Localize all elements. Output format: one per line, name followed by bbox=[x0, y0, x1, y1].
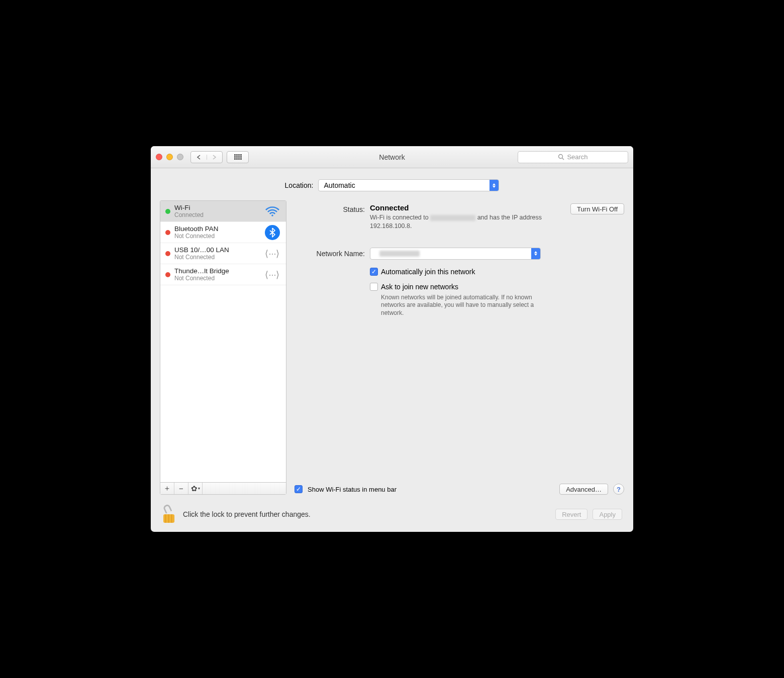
ask-join-help: Known networks will be joined automatica… bbox=[381, 294, 542, 317]
wifi-icon bbox=[264, 204, 281, 218]
chevron-updown-icon bbox=[489, 180, 499, 191]
status-description: Wi-Fi is connected to and has the IP add… bbox=[370, 213, 563, 231]
show-menubar-label: Show Wi-Fi status in menu bar bbox=[308, 486, 397, 493]
service-sidebar: Wi-Fi Connected Bluetooth PAN Not Connec… bbox=[160, 200, 286, 495]
service-name: Wi-Fi bbox=[174, 204, 260, 211]
svg-line-1 bbox=[562, 158, 564, 160]
grid-icon bbox=[234, 154, 242, 160]
network-name-popup[interactable] bbox=[370, 248, 541, 260]
status-label: Status: bbox=[295, 203, 370, 231]
back-button[interactable] bbox=[191, 155, 207, 160]
service-status: Not Connected bbox=[174, 233, 260, 240]
titlebar: Network Search bbox=[151, 146, 633, 168]
service-status: Not Connected bbox=[174, 254, 260, 261]
service-actions-button[interactable]: ✿ ▾ bbox=[188, 483, 203, 494]
location-label: Location: bbox=[285, 181, 314, 189]
nav-segmented bbox=[190, 151, 223, 163]
apply-button[interactable]: Apply bbox=[593, 509, 622, 520]
status-dot-disconnected bbox=[165, 251, 170, 256]
status-dot-disconnected bbox=[165, 230, 170, 235]
ask-join-checkbox[interactable] bbox=[370, 283, 378, 291]
auto-join-label: Automatically join this network bbox=[381, 268, 475, 276]
service-list[interactable]: Wi-Fi Connected Bluetooth PAN Not Connec… bbox=[160, 201, 286, 482]
service-item-thunderbolt[interactable]: Thunde…lt Bridge Not Connected ⟨···⟩ bbox=[160, 264, 286, 285]
service-item-usb-lan[interactable]: USB 10/…00 LAN Not Connected ⟨···⟩ bbox=[160, 243, 286, 264]
network-preferences-window: Network Search Location: Automatic Wi-Fi bbox=[151, 146, 633, 532]
bluetooth-icon bbox=[264, 225, 281, 240]
ethernet-icon: ⟨···⟩ bbox=[264, 247, 281, 261]
forward-button[interactable] bbox=[207, 155, 223, 160]
location-popup[interactable]: Automatic bbox=[318, 179, 499, 191]
service-item-wifi[interactable]: Wi-Fi Connected bbox=[160, 201, 286, 222]
auto-join-checkbox[interactable]: ✓ bbox=[370, 268, 378, 276]
service-name: Thunde…lt Bridge bbox=[174, 267, 260, 275]
remove-service-button[interactable]: − bbox=[174, 483, 188, 494]
lock-body-icon bbox=[163, 514, 174, 523]
help-button[interactable]: ? bbox=[613, 484, 624, 495]
status-dot-connected bbox=[165, 209, 170, 214]
lock-text: Click the lock to prevent further change… bbox=[183, 510, 548, 518]
service-name: USB 10/…00 LAN bbox=[174, 246, 260, 254]
search-placeholder: Search bbox=[567, 153, 587, 161]
location-row: Location: Automatic bbox=[151, 168, 633, 200]
sidebar-toolbar: ＋ − ✿ ▾ bbox=[160, 482, 286, 494]
add-service-button[interactable]: ＋ bbox=[160, 483, 174, 494]
svg-point-0 bbox=[559, 155, 563, 159]
search-icon bbox=[558, 154, 564, 160]
gear-icon: ✿ bbox=[191, 484, 198, 493]
status-value: Connected bbox=[370, 203, 563, 212]
content-area: Wi-Fi Connected Bluetooth PAN Not Connec… bbox=[151, 200, 633, 500]
ask-join-label: Ask to join new networks bbox=[381, 283, 458, 291]
redacted-ssid bbox=[379, 251, 420, 257]
show-all-button[interactable] bbox=[227, 151, 249, 163]
show-menubar-checkbox[interactable]: ✓ bbox=[295, 485, 303, 493]
service-status: Connected bbox=[174, 211, 260, 218]
chevron-updown-icon bbox=[531, 248, 540, 259]
detail-pane: Status: Connected Wi-Fi is connected to … bbox=[295, 200, 624, 495]
ethernet-icon: ⟨···⟩ bbox=[264, 268, 281, 282]
redacted-ssid bbox=[430, 215, 475, 221]
revert-button[interactable]: Revert bbox=[555, 509, 587, 520]
service-status: Not Connected bbox=[174, 275, 260, 282]
search-field[interactable]: Search bbox=[518, 151, 628, 163]
zoom-window-button[interactable] bbox=[177, 154, 183, 160]
lock-button[interactable] bbox=[162, 506, 176, 523]
service-name: Bluetooth PAN bbox=[174, 225, 260, 233]
service-item-bluetooth[interactable]: Bluetooth PAN Not Connected bbox=[160, 222, 286, 243]
footer: Click the lock to prevent further change… bbox=[151, 500, 633, 532]
advanced-button[interactable]: Advanced… bbox=[559, 484, 608, 495]
close-window-button[interactable] bbox=[156, 154, 162, 160]
svg-point-2 bbox=[271, 214, 273, 216]
lock-open-icon bbox=[162, 504, 172, 514]
minimize-window-button[interactable] bbox=[166, 154, 173, 160]
status-dot-disconnected bbox=[165, 272, 170, 277]
location-value: Automatic bbox=[324, 181, 355, 189]
traffic-lights bbox=[156, 154, 183, 160]
chevron-down-icon: ▾ bbox=[198, 486, 200, 491]
network-name-label: Network Name: bbox=[295, 248, 370, 317]
toggle-wifi-button[interactable]: Turn Wi-Fi Off bbox=[570, 203, 624, 214]
